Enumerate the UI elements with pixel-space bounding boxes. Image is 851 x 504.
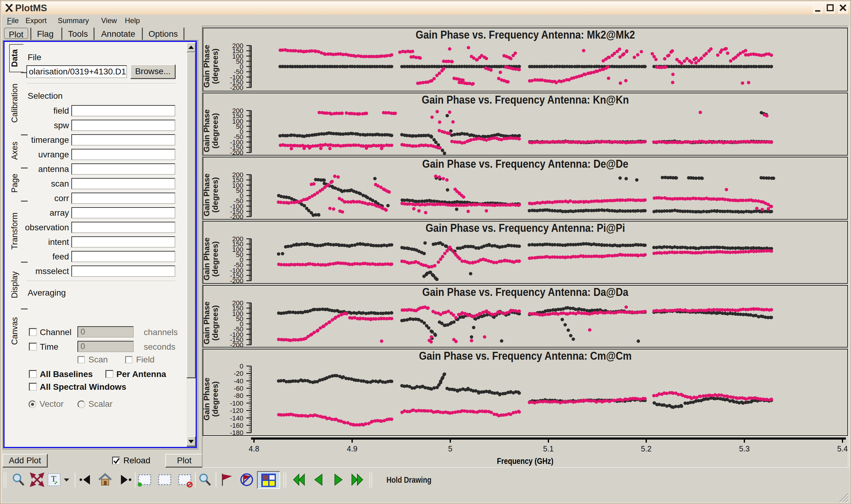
svg-text:Axes: Axes [10,142,19,160]
svg-text:Canvas: Canvas [10,317,19,345]
svg-text:Display: Display [10,271,19,298]
svg-text:Data: Data [10,49,19,67]
svg-text:Transform: Transform [10,212,19,249]
svg-text:Calibration: Calibration [10,84,19,123]
svg-text:T: T [51,474,56,483]
svg-text:Page: Page [10,174,19,193]
